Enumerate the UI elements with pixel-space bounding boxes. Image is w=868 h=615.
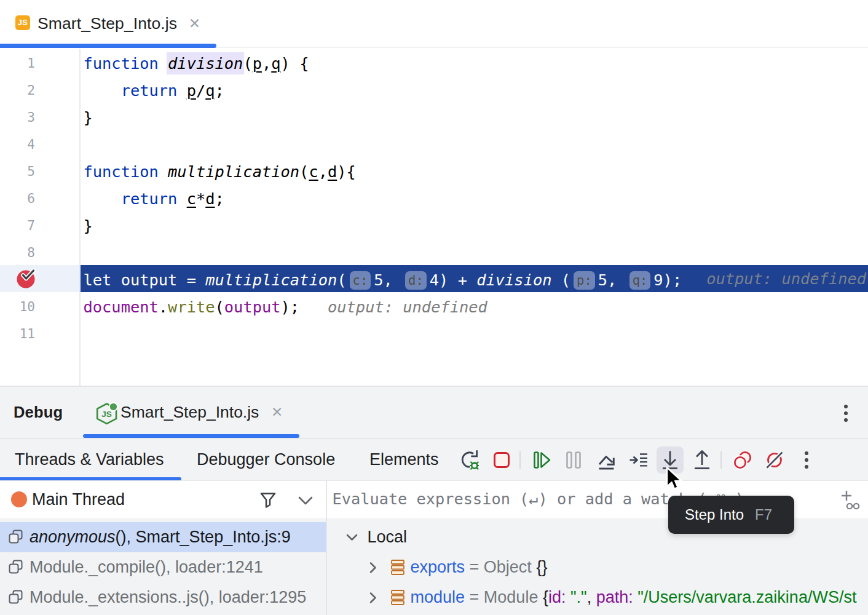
- token: division: [167, 52, 244, 74]
- token: (: [243, 54, 252, 73]
- token: [299, 298, 328, 316]
- token: return: [121, 81, 187, 100]
- token: c:: [350, 271, 371, 290]
- tab-threads-variables[interactable]: Threads & Variables: [15, 439, 164, 480]
- token: ,: [587, 588, 596, 606]
- editor-tab-bar: JS Smart_Step_Into.js ✕: [0, 0, 868, 48]
- token: {}: [532, 558, 548, 576]
- token: Local: [368, 528, 408, 546]
- view-breakpoints-icon[interactable]: [733, 450, 752, 470]
- chevron-right-icon[interactable]: [365, 590, 381, 605]
- more-options-icon[interactable]: [797, 450, 816, 470]
- token: 9);: [653, 271, 682, 289]
- frame-row[interactable]: anonymous(), Smart_Step_Into.js:9: [0, 522, 326, 552]
- line-number[interactable]: 7: [0, 212, 35, 239]
- token: write: [168, 298, 215, 316]
- token: "/Users/varvara.zaikina/WS/st: [633, 588, 857, 606]
- line-number[interactable]: 2: [0, 77, 35, 104]
- mouse-cursor: [665, 466, 686, 493]
- inline-debugger-value: output: undefined: [706, 265, 866, 292]
- frames-list: anonymous(), Smart_Step_Into.js:9Module.…: [0, 519, 326, 615]
- token: function: [84, 54, 168, 73]
- tooltip-label: Step Into: [685, 506, 744, 523]
- toolbar-separator: [519, 451, 521, 469]
- token: q:: [629, 271, 651, 290]
- code-editor[interactable]: 123456781011 function division(p,q) { re…: [0, 49, 868, 386]
- close-icon[interactable]: ✕: [271, 387, 283, 438]
- code-line-6: return c*d;: [80, 185, 868, 212]
- close-icon[interactable]: ✕: [189, 0, 200, 48]
- variable-row[interactable]: module = Module {id: ".", path: "/Users/…: [327, 582, 868, 613]
- token: (: [337, 271, 346, 289]
- token: return: [121, 189, 187, 208]
- line-number[interactable]: 3: [0, 104, 35, 131]
- line-number[interactable]: 6: [0, 185, 35, 212]
- mute-breakpoints-icon[interactable]: [765, 450, 784, 470]
- token: (: [299, 162, 309, 181]
- thread-name[interactable]: Main Thread: [32, 481, 125, 518]
- breakpoint-icon[interactable]: [16, 268, 37, 289]
- smart-step-into-icon[interactable]: [628, 450, 648, 470]
- token: (: [552, 271, 571, 289]
- code-line-5: function multiplication(c,d){: [80, 158, 868, 185]
- line-number[interactable]: 4: [0, 131, 35, 158]
- resume-icon[interactable]: [532, 450, 552, 470]
- step-out-icon[interactable]: [692, 450, 712, 470]
- token: p:: [574, 271, 595, 290]
- token: ;: [215, 81, 224, 100]
- code-line-4: [80, 131, 868, 158]
- stop-icon[interactable]: [492, 450, 511, 470]
- nodejs-run-icon: JS: [95, 397, 120, 425]
- line-number[interactable]: 5: [0, 158, 35, 185]
- token: function: [84, 162, 168, 181]
- frame-row[interactable]: Module._extensions..js(), loader:1295: [0, 582, 326, 613]
- token: 5,: [598, 271, 626, 289]
- chevron-down-icon[interactable]: [298, 496, 314, 506]
- line-number[interactable]: 8: [0, 239, 35, 266]
- token: output: [224, 298, 281, 316]
- chevron-down-icon[interactable]: [344, 530, 360, 545]
- token: anonymous: [30, 528, 116, 546]
- token: Object: [484, 558, 532, 576]
- token: q: [205, 81, 215, 100]
- line-number[interactable]: 11: [0, 320, 35, 347]
- debug-session-tab[interactable]: JS Smart_Step_Into.js ✕: [83, 387, 299, 438]
- tab-elements[interactable]: Elements: [369, 439, 439, 480]
- frame-row[interactable]: Module._compile(), loader:1241: [0, 552, 326, 582]
- more-options-icon[interactable]: [837, 403, 854, 423]
- token: *: [196, 189, 205, 208]
- token: let output =: [84, 271, 206, 289]
- token: output: undefined: [328, 298, 487, 316]
- token: ".": [566, 588, 586, 606]
- token: p: [187, 81, 196, 100]
- thread-icon: [11, 491, 27, 507]
- stack-frame-icon: [8, 559, 24, 576]
- tooltip-step-into: Step Into F7: [668, 496, 794, 534]
- token: multiplication: [205, 271, 337, 289]
- code-line-8: [80, 239, 868, 266]
- threads-pane-header: Main Thread: [0, 481, 326, 518]
- token: .: [159, 298, 168, 316]
- chevron-right-icon[interactable]: [365, 560, 381, 575]
- add-watch-icon[interactable]: [836, 487, 862, 513]
- line-number[interactable]: 1: [0, 50, 35, 77]
- filter-icon[interactable]: [259, 491, 277, 509]
- token: p: [253, 54, 262, 73]
- variable-row[interactable]: exports = Object {}: [327, 552, 868, 582]
- code-line-7: }: [80, 212, 868, 239]
- svg-text:JS: JS: [101, 409, 112, 418]
- editor-tab-smart-step-into[interactable]: JS Smart_Step_Into.js ✕: [0, 0, 216, 48]
- token: q: [271, 54, 280, 73]
- token: (: [215, 298, 224, 316]
- token: d: [205, 189, 215, 208]
- step-over-icon[interactable]: [596, 450, 616, 470]
- rerun-debug-icon[interactable]: [460, 450, 480, 470]
- debug-toolwindow-title: Debug: [14, 387, 63, 438]
- token: d: [328, 162, 337, 181]
- tab-debugger-console[interactable]: Debugger Console: [197, 439, 335, 480]
- pause-icon[interactable]: [564, 450, 583, 470]
- editor-tab-title: Smart_Step_Into.js: [37, 0, 177, 48]
- line-number[interactable]: 10: [0, 293, 35, 320]
- stack-frame-icon: [8, 529, 24, 546]
- token: division: [476, 271, 551, 289]
